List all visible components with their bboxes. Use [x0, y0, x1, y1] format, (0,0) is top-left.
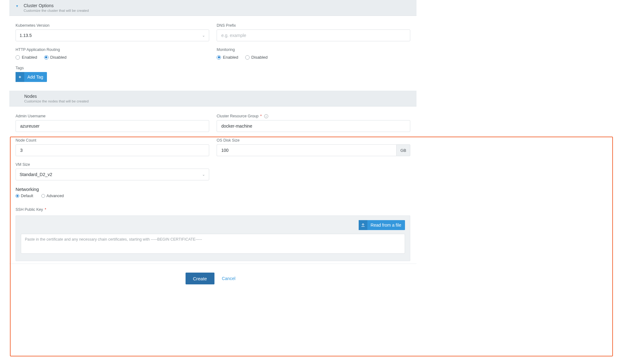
chevron-down-icon: ⌄ [202, 33, 205, 38]
radio-icon [41, 194, 45, 198]
caret-down-icon: ▼ [16, 4, 19, 8]
networking-advanced-label: Advanced [47, 194, 64, 198]
nodes-subtitle: Customize the nodes that will be created [24, 99, 89, 103]
dns-prefix-input-wrap [217, 29, 410, 41]
cancel-label: Cancel [222, 276, 236, 281]
networking-default-label: Default [21, 194, 33, 198]
cluster-resource-group-input[interactable] [221, 123, 406, 129]
os-disk-input-group: GB [217, 144, 410, 156]
required-asterisk: * [260, 114, 262, 118]
http-routing-disabled[interactable]: Disabled [44, 55, 67, 60]
read-from-file-label: Read from a file [370, 223, 401, 228]
os-disk-size-label: OS Disk Size [217, 138, 410, 143]
monitoring-disabled[interactable]: Disabled [245, 55, 268, 60]
nodes-body: Admin Username Cluster Resource Group * … [9, 106, 416, 264]
node-count-label: Node Count [16, 138, 209, 143]
radio-icon [16, 194, 19, 198]
k8s-version-label: Kubernetes Version [16, 23, 209, 28]
ssh-label-text: SSH Public Key [16, 207, 43, 212]
node-count-input[interactable] [20, 147, 205, 153]
http-routing-enabled-label: Enabled [22, 55, 37, 60]
networking-advanced[interactable]: Advanced [41, 194, 64, 198]
os-disk-input-wrap [217, 144, 396, 156]
cancel-button[interactable]: Cancel [217, 273, 241, 284]
networking-title: Networking [16, 187, 209, 192]
nodes-header[interactable]: Nodes Customize the nodes that will be c… [9, 91, 416, 106]
k8s-version-select[interactable]: 1.13.5 ⌄ [16, 29, 209, 41]
os-disk-input[interactable] [221, 147, 393, 153]
dns-prefix-input[interactable] [221, 33, 406, 38]
tags-label: Tags [16, 66, 209, 70]
monitoring-radios: Enabled Disabled [217, 54, 410, 60]
vm-size-select[interactable]: Standard_D2_v2 ⌄ [16, 169, 209, 180]
plus-icon: + [16, 72, 24, 82]
node-count-input-wrap [16, 144, 209, 156]
monitoring-enabled[interactable]: Enabled [217, 55, 238, 60]
cluster-options-subtitle: Customize the cluster that will be creat… [24, 9, 89, 12]
create-label: Create [193, 276, 207, 281]
cluster-resource-group-input-wrap [217, 120, 410, 132]
vm-size-label: VM Size [16, 162, 209, 167]
radio-icon [217, 55, 221, 60]
nodes-titles: Nodes Customize the nodes that will be c… [24, 94, 89, 103]
http-routing-enabled[interactable]: Enabled [16, 55, 37, 60]
add-tag-button[interactable]: + Add Tag [16, 72, 47, 82]
radio-icon [245, 55, 250, 60]
ssh-public-key-textarea[interactable] [21, 234, 405, 254]
dns-prefix-label: DNS Prefix [217, 23, 410, 28]
http-routing-label: HTTP Application Routing [16, 48, 209, 52]
vm-size-value: Standard_D2_v2 [20, 172, 52, 177]
http-routing-radios: Enabled Disabled [16, 54, 209, 60]
k8s-version-value: 1.13.5 [20, 33, 32, 38]
admin-username-label: Admin Username [16, 114, 209, 118]
networking-default[interactable]: Default [16, 194, 33, 198]
monitoring-disabled-label: Disabled [251, 55, 268, 60]
networking-radios: Default Advanced [16, 194, 209, 198]
os-disk-unit: GB [396, 144, 410, 156]
monitoring-enabled-label: Enabled [223, 55, 238, 60]
nodes-title: Nodes [24, 94, 89, 99]
required-asterisk: * [45, 207, 46, 212]
cluster-options-body: Kubernetes Version 1.13.5 ⌄ DNS Prefix H… [9, 16, 416, 91]
cluster-options-titles: Cluster Options Customize the cluster th… [24, 3, 89, 12]
http-routing-disabled-label: Disabled [50, 55, 67, 60]
cluster-options-title: Cluster Options [24, 3, 89, 8]
admin-username-input-wrap [16, 120, 209, 132]
cluster-options-header[interactable]: ▼ Cluster Options Customize the cluster … [9, 0, 416, 16]
info-icon[interactable]: i [264, 114, 268, 118]
chevron-down-icon: ⌄ [202, 172, 205, 177]
read-from-file-button[interactable]: Read from a file [359, 220, 405, 230]
radio-icon [16, 55, 20, 60]
footer-actions: Create Cancel [9, 264, 416, 291]
monitoring-label: Monitoring [217, 48, 410, 52]
ssh-public-key-label: SSH Public Key * [16, 207, 410, 212]
crg-label-text: Cluster Resource Group [217, 114, 259, 118]
add-tag-label: Add Tag [27, 75, 43, 79]
upload-icon [359, 220, 367, 230]
admin-username-input[interactable] [20, 123, 205, 129]
ssh-public-key-box: Read from a file [16, 215, 410, 261]
cluster-resource-group-label: Cluster Resource Group * i [217, 114, 410, 118]
create-button[interactable]: Create [186, 273, 214, 284]
radio-icon [44, 55, 48, 60]
